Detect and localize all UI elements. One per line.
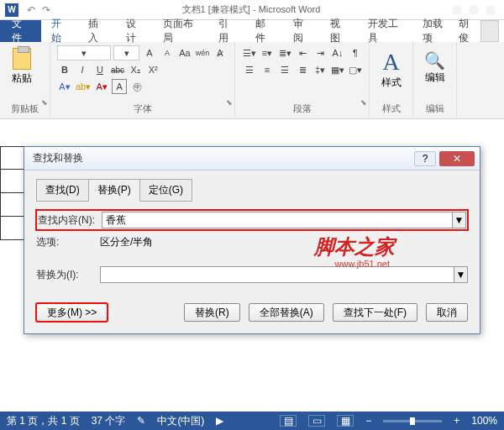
tab-layout[interactable]: 页面布局 — [153, 20, 207, 42]
sort-button[interactable]: A↓ — [330, 45, 345, 60]
highlight-button[interactable]: ab▾ — [75, 79, 92, 94]
tab-mail[interactable]: 邮件 — [245, 20, 283, 42]
dialog-launcher-icon[interactable]: ⬊ — [226, 98, 233, 107]
tab-goto[interactable]: 定位(G) — [139, 179, 192, 202]
zoom-in-button[interactable]: + — [454, 415, 459, 427]
tab-replace[interactable]: 替换(P) — [88, 179, 140, 202]
group-font-title: 字体 — [57, 101, 228, 115]
user-avatar-icon[interactable] — [480, 20, 499, 42]
align-right-button[interactable]: ☰ — [277, 62, 292, 77]
styles-label: 样式 — [381, 76, 402, 90]
dialog-tabs: 查找(D) 替换(P) 定位(G) — [36, 179, 468, 202]
svg-point-1 — [469, 5, 479, 15]
align-left-button[interactable]: ☰ — [242, 62, 257, 77]
tab-find[interactable]: 查找(D) — [36, 179, 89, 202]
strike-button[interactable]: abc — [110, 62, 125, 77]
replace-input[interactable] — [100, 266, 454, 283]
quick-access-undo-icon[interactable]: ↶ — [27, 4, 35, 16]
borders-button[interactable]: ▢▾ — [348, 62, 363, 77]
char-border-button[interactable]: A — [112, 79, 127, 94]
shrink-font-button[interactable]: A — [160, 45, 175, 60]
indent-decrease-button[interactable]: ⇤ — [295, 45, 310, 60]
status-page[interactable]: 第 1 页，共 1 页 — [7, 414, 80, 428]
align-center-button[interactable]: ≡ — [260, 62, 275, 77]
italic-button[interactable]: I — [75, 62, 90, 77]
bold-button[interactable]: B — [57, 62, 72, 77]
enclose-button[interactable]: ㊥ — [129, 79, 144, 94]
editing-button[interactable]: 🔍 编辑 — [424, 45, 445, 85]
tab-addin[interactable]: 加载项 — [412, 20, 459, 42]
font-color-button[interactable]: A▾ — [94, 79, 109, 94]
close-icon: ✕ — [453, 153, 461, 165]
group-edit-title: 编辑 — [426, 101, 444, 115]
chevron-down-icon: ▼ — [454, 214, 465, 226]
dialog-launcher-icon[interactable]: ⬊ — [360, 98, 367, 107]
group-style-title: 样式 — [382, 101, 401, 115]
ribbon-body: 粘贴 剪贴板 ⬊ ▾ ▾ A A Aa wén A̷ B I U abc X₂ … — [0, 42, 504, 119]
multilevel-button[interactable]: ≣▾ — [277, 45, 292, 60]
status-language[interactable]: 中文(中国) — [157, 414, 204, 428]
status-bar: 第 1 页，共 1 页 37 个字 ✎ 中文(中国) ▶ ▤ ▭ ▦ − + 1… — [0, 412, 504, 430]
pilcrow-button[interactable]: ¶ — [348, 45, 363, 60]
dialog-launcher-icon[interactable]: ⬊ — [41, 98, 48, 107]
clipboard-icon — [13, 48, 31, 70]
grow-font-button[interactable]: A — [142, 45, 157, 60]
find-next-button[interactable]: 查找下一处(F) — [333, 303, 417, 322]
svg-point-0 — [452, 5, 462, 15]
user-name[interactable]: 胡俊 — [459, 17, 475, 45]
tab-view[interactable]: 视图 — [320, 20, 358, 42]
find-input[interactable]: 香蕉 — [102, 212, 453, 228]
font-name-combo[interactable]: ▾ — [57, 45, 111, 60]
replace-label: 替换为(I): — [36, 268, 100, 282]
zoom-level[interactable]: 100% — [471, 415, 497, 427]
line-spacing-button[interactable]: ‡▾ — [312, 62, 328, 77]
paste-button[interactable]: 粘贴 — [7, 45, 37, 87]
view-read-button[interactable]: ▭ — [308, 415, 325, 427]
tab-developer[interactable]: 开发工具 — [358, 20, 412, 42]
replace-button[interactable]: 替换(R) — [184, 303, 240, 322]
dialog-help-button[interactable]: ? — [414, 151, 436, 166]
view-print-layout-button[interactable]: ▤ — [280, 415, 297, 427]
tab-references[interactable]: 引用 — [208, 20, 246, 42]
bullets-button[interactable]: ☰▾ — [242, 45, 257, 60]
decoration-icon — [449, 3, 499, 18]
chevron-down-icon: ▼ — [456, 269, 466, 281]
document-title: 文档1 [兼容模式] - Microsoft Word — [54, 3, 449, 16]
indent-increase-button[interactable]: ⇥ — [312, 45, 328, 60]
replace-all-button[interactable]: 全部替换(A) — [249, 303, 324, 322]
change-case-button[interactable]: Aa — [177, 45, 192, 60]
phonetic-button[interactable]: wén — [195, 45, 210, 60]
tab-home[interactable]: 开始 — [41, 20, 79, 42]
ribbon-tabs: 文件 开始 插入 设计 页面布局 引用 邮件 审阅 视图 开发工具 加载项 胡俊 — [0, 20, 504, 42]
help-icon: ? — [423, 153, 428, 165]
dialog-close-button[interactable]: ✕ — [439, 151, 475, 166]
align-justify-button[interactable]: ≣ — [295, 62, 310, 77]
cancel-button[interactable]: 取消 — [426, 303, 468, 322]
status-proof-icon[interactable]: ✎ — [137, 415, 145, 427]
subscript-button[interactable]: X₂ — [128, 62, 143, 77]
quick-access-redo-icon[interactable]: ↷ — [42, 4, 50, 16]
shading-button[interactable]: ▦▾ — [330, 62, 345, 77]
zoom-out-button[interactable]: − — [365, 415, 371, 427]
superscript-button[interactable]: X² — [145, 62, 160, 77]
status-macro-icon[interactable]: ▶ — [216, 415, 223, 427]
view-web-button[interactable]: ▦ — [337, 415, 354, 427]
clear-format-button[interactable]: A̷ — [213, 45, 228, 60]
more-button[interactable]: 更多(M) >> — [36, 303, 108, 322]
tab-insert[interactable]: 插入 — [78, 20, 116, 42]
text-effect-button[interactable]: A▾ — [57, 79, 72, 94]
status-word-count[interactable]: 37 个字 — [92, 414, 126, 428]
underline-button[interactable]: U — [92, 62, 108, 77]
numbering-button[interactable]: ≡▾ — [260, 45, 275, 60]
tab-file[interactable]: 文件 — [0, 20, 41, 42]
group-clipboard-title: 剪贴板 — [7, 101, 43, 115]
dialog-titlebar[interactable]: 查找和替换 ? ✕ — [24, 147, 480, 170]
replace-dropdown-button[interactable]: ▼ — [454, 266, 468, 283]
zoom-slider[interactable] — [383, 420, 442, 422]
find-dropdown-button[interactable]: ▼ — [453, 212, 466, 228]
tab-review[interactable]: 审阅 — [283, 20, 321, 42]
styles-button[interactable]: A 样式 — [381, 45, 402, 90]
font-size-combo[interactable]: ▾ — [113, 45, 139, 60]
editing-label: 编辑 — [425, 71, 445, 85]
tab-design[interactable]: 设计 — [116, 20, 154, 42]
